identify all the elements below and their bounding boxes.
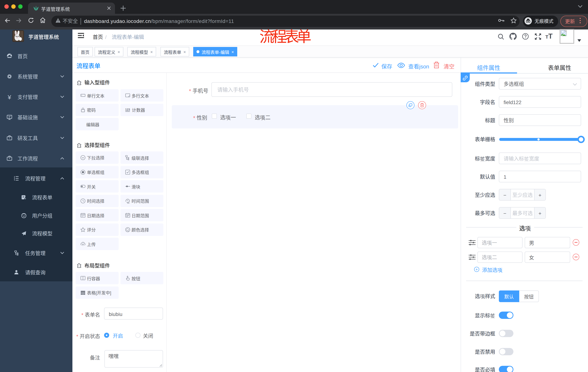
svg-text:123: 123	[125, 108, 130, 111]
